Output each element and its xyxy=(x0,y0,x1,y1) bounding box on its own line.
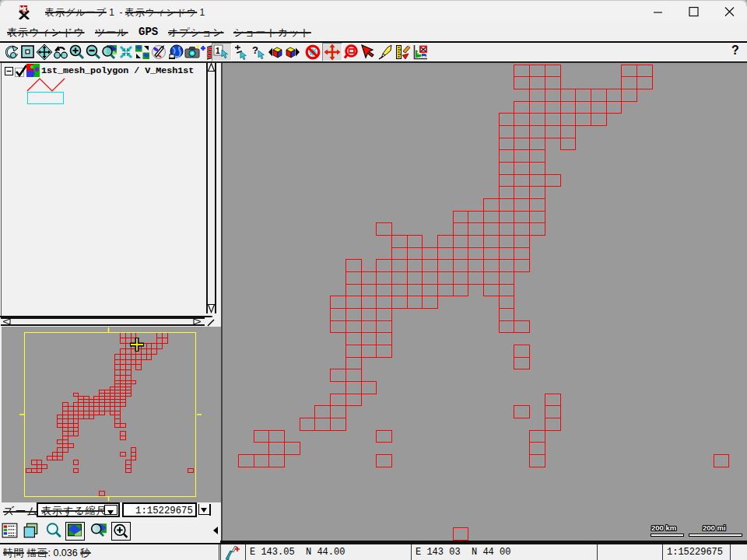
svg-text:?: ? xyxy=(252,44,258,56)
svg-text:1: 1 xyxy=(216,47,220,55)
